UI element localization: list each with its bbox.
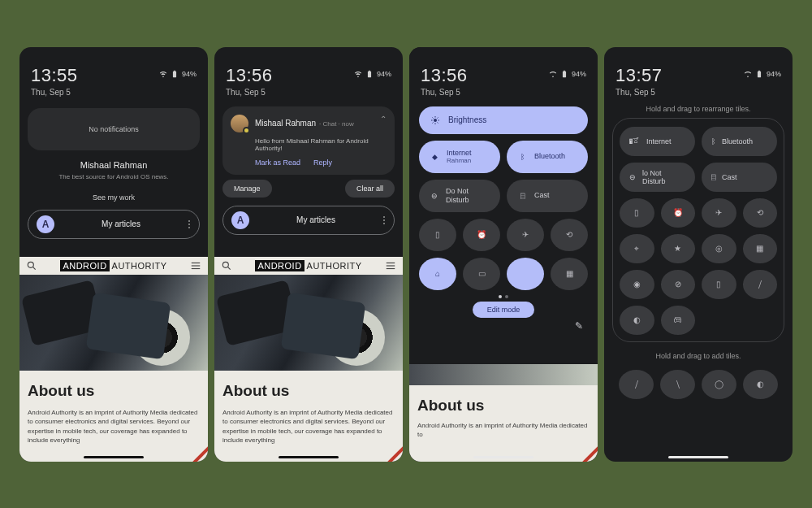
tile-dnd[interactable]: ⊖ Do Not Disturb: [419, 180, 500, 212]
tile-blank[interactable]: [507, 258, 544, 290]
more-icon[interactable]: [188, 220, 191, 228]
battery-icon: [755, 70, 763, 78]
tile-airplane[interactable]: ✈: [507, 219, 544, 251]
clock: 13:55: [31, 65, 78, 86]
gamepad-icon: 🎮︎: [674, 315, 682, 324]
tile-hotspot[interactable]: ◎: [702, 234, 736, 263]
tile-qr[interactable]: ▦: [551, 258, 588, 290]
qr-icon: ▦: [756, 244, 763, 253]
wifi-icon: [549, 70, 557, 78]
wifi-icon: [744, 70, 752, 78]
manage-button[interactable]: Manage: [222, 180, 272, 198]
date: Thu, Sep 5: [421, 88, 468, 97]
tile-record[interactable]: ◉: [620, 270, 654, 299]
profile-name: Mishaal Rahman: [31, 160, 197, 170]
add-tile-3[interactable]: ◯: [702, 370, 736, 399]
avatar-icon: A: [37, 215, 54, 233]
more-icon[interactable]: [382, 216, 386, 224]
record-icon: ◉: [633, 280, 641, 289]
edit-pencil-icon[interactable]: ✎: [575, 320, 583, 332]
tile-mic-off[interactable]: ⧸: [743, 270, 778, 299]
tile-bluetooth[interactable]: ᛒBluetooth: [702, 127, 777, 156]
web-toolbar: ANDROID AUTHORITY: [19, 257, 208, 275]
my-articles-button[interactable]: A My articles: [222, 206, 395, 235]
tile-dnd[interactable]: ⊖lo Not Disturb: [620, 163, 695, 192]
nav-home-bar[interactable]: [84, 456, 144, 458]
menu-icon[interactable]: [385, 260, 396, 271]
contrast-icon: ◐: [757, 380, 764, 389]
profile-tagline: The best source for Android OS news.: [31, 173, 197, 180]
nav-home-bar[interactable]: [473, 456, 533, 458]
tile-dark[interactable]: ◐: [620, 306, 654, 335]
search-icon[interactable]: [26, 260, 37, 271]
add-tile-2[interactable]: ⧹: [660, 370, 695, 399]
tile-battery[interactable]: ▯: [702, 270, 736, 299]
tile-alarm[interactable]: ⏰: [661, 198, 696, 228]
article-body: Android Authority is an imprint of Autho…: [222, 408, 395, 445]
tile-internet[interactable]: ◆ InternetRahman: [419, 141, 500, 173]
svg-point-5: [222, 262, 228, 267]
tile-home[interactable]: ⌂: [419, 258, 456, 290]
battery-icon: ▯: [716, 280, 721, 289]
site-brand: ANDROID AUTHORITY: [60, 261, 166, 271]
bluetooth-icon: ᛒ: [516, 151, 528, 163]
tile-alarm[interactable]: ⏰: [463, 219, 500, 251]
wallet-icon: ▭: [478, 269, 486, 278]
article-heading: About us: [222, 382, 395, 400]
add-tile-1[interactable]: ⧸: [619, 370, 654, 399]
airplane-icon: ✈: [715, 208, 722, 217]
add-tile-4[interactable]: ◐: [743, 370, 778, 399]
edit-mode-button[interactable]: Edit mode: [473, 302, 534, 318]
hero-image: [19, 275, 208, 371]
nav-home-bar[interactable]: [668, 456, 728, 458]
notification-card[interactable]: Mishaal Rahman· Chat · now ⌃ Hello from …: [222, 106, 395, 175]
tile-flashlight[interactable]: ▯: [419, 219, 456, 251]
clear-all-button[interactable]: Clear all: [345, 180, 395, 198]
svg-line-1: [32, 267, 35, 269]
battery-icon: [365, 70, 374, 78]
date: Thu, Sep 5: [31, 88, 78, 97]
search-icon[interactable]: [221, 260, 232, 271]
contrast-icon: ◐: [633, 315, 641, 324]
my-articles-button[interactable]: A My articles: [28, 210, 200, 239]
reply-button[interactable]: Reply: [313, 158, 332, 167]
mic-off-icon: ⧸: [635, 380, 638, 389]
tile-cast[interactable]: ⌸Cast: [702, 163, 777, 192]
rotate-icon: ⟲: [566, 230, 572, 239]
tile-cast[interactable]: ⌸ Cast: [507, 180, 588, 212]
brightness-icon: [430, 115, 440, 125]
tile-airplane[interactable]: ✈: [702, 198, 736, 228]
tile-rotate[interactable]: ⟲: [551, 219, 588, 251]
mark-read-button[interactable]: Mark as Read: [255, 158, 300, 167]
dnd-icon: ⊖: [629, 173, 636, 181]
hint-rearrange: Hold and drag to rearrange tiles.: [604, 105, 793, 113]
phone-4: 13:57 Thu, Sep 5 94% Hold and drag to re…: [604, 47, 793, 462]
webpage: ANDROID AUTHORITY About us Android Autho…: [19, 257, 208, 462]
brightness-slider[interactable]: Brightness: [419, 106, 588, 134]
notif-meta: · Chat · now: [319, 120, 354, 128]
see-my-work-link[interactable]: See my work: [19, 193, 208, 202]
tile-game[interactable]: 🎮︎: [661, 306, 696, 335]
tile-star[interactable]: ★: [661, 234, 696, 263]
tile-qr[interactable]: ▦: [743, 234, 778, 263]
hotspot-icon: ◎: [715, 244, 723, 253]
active-tiles-frame: �దోInternet ᛒBluetooth ⊖lo Not Disturb ⌸…: [612, 118, 784, 342]
tile-flashlight[interactable]: ▯: [620, 198, 654, 228]
tile-rotate[interactable]: ⟲: [743, 198, 778, 228]
tile-wallet[interactable]: ▭: [463, 258, 500, 290]
tile-bluetooth[interactable]: ᛒ Bluetooth: [507, 141, 588, 173]
svg-line-18: [433, 122, 434, 123]
menu-icon[interactable]: [190, 260, 201, 271]
home-icon: ⌂: [435, 269, 440, 278]
wifi-icon: [354, 70, 362, 78]
nav-home-bar[interactable]: [279, 456, 339, 458]
battery-icon: [560, 70, 568, 78]
notif-sender: Mishaal Rahman: [255, 119, 316, 128]
flashlight-icon: ▯: [435, 230, 440, 239]
tile-block[interactable]: ⊘: [661, 270, 696, 299]
qr-icon: ▦: [566, 269, 573, 278]
collapse-icon[interactable]: ⌃: [380, 115, 387, 124]
tile-internet[interactable]: �దోInternet: [620, 127, 695, 156]
cast-icon: ⌸: [516, 190, 528, 202]
tile-location[interactable]: ⌖: [620, 234, 654, 263]
